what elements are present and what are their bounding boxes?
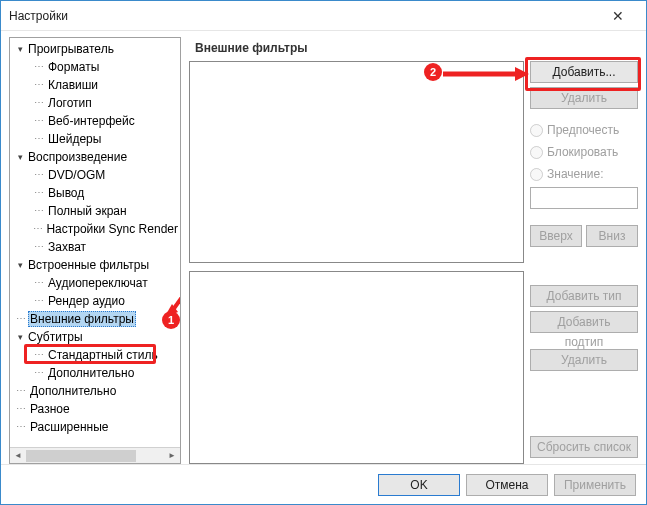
tree-item-label: DVD/OGM (46, 168, 107, 182)
tree-item-label: Воспроизведение (26, 150, 129, 164)
expander-icon[interactable]: ▾ (14, 332, 26, 342)
main-panel: Внешние фильтры Добавить... Удалить Пред… (189, 37, 638, 464)
tree-item-label: Веб-интерфейс (46, 114, 137, 128)
reset-list-button: Сбросить список (530, 436, 638, 458)
tree-connector-icon: ⋯ (32, 274, 46, 292)
expander-icon[interactable]: ▾ (14, 260, 26, 270)
tree-item-label: Стандартный стиль (46, 348, 160, 362)
radio-prefer-input (530, 124, 543, 137)
tree-item[interactable]: ⋯Аудиопереключат (10, 274, 180, 292)
close-button[interactable]: ✕ (598, 2, 638, 30)
tree-connector-icon: ⋯ (32, 346, 46, 364)
scroll-thumb[interactable] (26, 450, 136, 462)
tree-item-label: Полный экран (46, 204, 129, 218)
tree-item-label: Шейдеры (46, 132, 103, 146)
delete-type-button: Удалить (530, 349, 638, 371)
value-textbox (530, 187, 638, 209)
tree-connector-icon: ⋯ (32, 238, 46, 256)
tree-item[interactable]: ⋯Настройки Sync Render (10, 220, 180, 238)
tree-connector-icon: ⋯ (32, 292, 46, 310)
tree-connector-icon: ⋯ (32, 166, 46, 184)
tree-item[interactable]: ⋯Клавиши (10, 76, 180, 94)
tree-item[interactable]: ⋯Рендер аудио (10, 292, 180, 310)
tree-item[interactable]: ▾Проигрыватель (10, 40, 180, 58)
radio-value: Значение: (530, 165, 638, 183)
tree-item[interactable]: ⋯DVD/OGM (10, 166, 180, 184)
tree-connector-icon: ⋯ (31, 220, 44, 238)
tree-item-label: Проигрыватель (26, 42, 116, 56)
panel-title: Внешние фильтры (189, 37, 638, 61)
tree-connector-icon: ⋯ (14, 382, 28, 400)
tree-item-label: Вывод (46, 186, 86, 200)
tree-item-label: Расширенные (28, 420, 111, 434)
expander-icon[interactable]: ▾ (14, 44, 26, 54)
add-type-button: Добавить тип (530, 285, 638, 307)
tree-item[interactable]: ⋯Логотип (10, 94, 180, 112)
tree-item-label: Аудиопереключат (46, 276, 150, 290)
settings-window: Настройки ✕ ▾Проигрыватель⋯Форматы⋯Клави… (0, 0, 647, 505)
tree-item-label: Разное (28, 402, 72, 416)
radio-block: Блокировать (530, 143, 638, 161)
tree-item-label: Внешние фильтры (28, 311, 136, 327)
tree-connector-icon: ⋯ (14, 400, 28, 418)
tree-item[interactable]: ⋯Расширенные (10, 418, 180, 436)
scroll-left-icon[interactable]: ◄ (10, 448, 26, 464)
tree-item[interactable]: ⋯Стандартный стиль (10, 346, 180, 364)
tree-connector-icon: ⋯ (32, 130, 46, 148)
tree-item[interactable]: ⋯Форматы (10, 58, 180, 76)
tree-item[interactable]: ⋯Дополнительно (10, 364, 180, 382)
delete-button: Удалить (530, 87, 638, 109)
tree-connector-icon: ⋯ (32, 94, 46, 112)
tree-item-label: Клавиши (46, 78, 100, 92)
tree-item-label: Встроенные фильтры (26, 258, 151, 272)
apply-button: Применить (554, 474, 636, 496)
cancel-button[interactable]: Отмена (466, 474, 548, 496)
tree-item[interactable]: ⋯Вывод (10, 184, 180, 202)
tree-connector-icon: ⋯ (14, 310, 28, 328)
tree-item-label: Дополнительно (46, 366, 136, 380)
tree-item-label: Субтитры (26, 330, 85, 344)
radio-block-input (530, 146, 543, 159)
tree-connector-icon: ⋯ (32, 364, 46, 382)
tree-item[interactable]: ▾Субтитры (10, 328, 180, 346)
tree-item[interactable]: ⋯Захват (10, 238, 180, 256)
tree-item-label: Захват (46, 240, 88, 254)
titlebar: Настройки ✕ (1, 1, 646, 31)
window-title: Настройки (9, 9, 598, 23)
tree-item[interactable]: ⋯Шейдеры (10, 130, 180, 148)
tree-item[interactable]: ▾Воспроизведение (10, 148, 180, 166)
tree-item-label: Настройки Sync Render (44, 222, 180, 236)
tree-item-label: Дополнительно (28, 384, 118, 398)
filters-listbox[interactable] (189, 61, 524, 263)
ok-button[interactable]: OK (378, 474, 460, 496)
tree-item-label: Логотип (46, 96, 94, 110)
add-button[interactable]: Добавить... (530, 61, 638, 83)
tree-connector-icon: ⋯ (32, 112, 46, 130)
add-subtype-button: Добавить подтип (530, 311, 638, 333)
up-button: Вверх (530, 225, 582, 247)
tree-item[interactable]: ⋯Внешние фильтры (10, 310, 180, 328)
tree-item-label: Форматы (46, 60, 101, 74)
tree-connector-icon: ⋯ (32, 58, 46, 76)
down-button: Вниз (586, 225, 638, 247)
tree-connector-icon: ⋯ (14, 418, 28, 436)
tree-item[interactable]: ⋯Веб-интерфейс (10, 112, 180, 130)
nav-tree[interactable]: ▾Проигрыватель⋯Форматы⋯Клавиши⋯Логотип⋯В… (9, 37, 181, 464)
tree-item[interactable]: ⋯Полный экран (10, 202, 180, 220)
dialog-footer: OK Отмена Применить (1, 464, 646, 504)
types-listbox[interactable] (189, 271, 524, 464)
tree-item-label: Рендер аудио (46, 294, 127, 308)
scroll-right-icon[interactable]: ► (164, 448, 180, 464)
tree-connector-icon: ⋯ (32, 202, 46, 220)
tree-hscrollbar[interactable]: ◄ ► (10, 447, 180, 463)
expander-icon[interactable]: ▾ (14, 152, 26, 162)
radio-value-input (530, 168, 543, 181)
radio-prefer: Предпочесть (530, 121, 638, 139)
tree-connector-icon: ⋯ (32, 184, 46, 202)
tree-item[interactable]: ▾Встроенные фильтры (10, 256, 180, 274)
tree-connector-icon: ⋯ (32, 76, 46, 94)
tree-item[interactable]: ⋯Разное (10, 400, 180, 418)
tree-item[interactable]: ⋯Дополнительно (10, 382, 180, 400)
